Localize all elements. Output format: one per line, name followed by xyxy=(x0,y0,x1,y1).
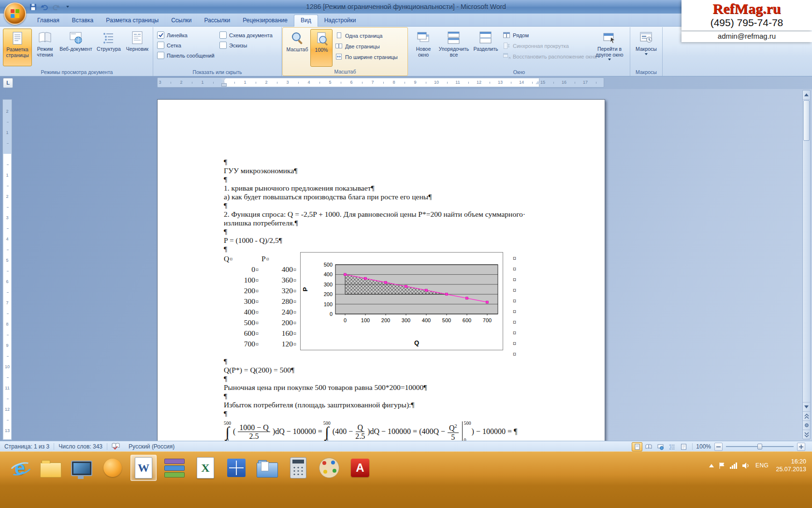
svg-text:200: 200 xyxy=(324,291,333,297)
zoom-option-two-pages[interactable]: Две страницы xyxy=(333,42,406,51)
zoom-option-page-width[interactable]: По ширине страницы xyxy=(333,52,406,62)
network-icon[interactable] xyxy=(730,463,737,469)
ruler-tick xyxy=(468,82,469,84)
page-indicator[interactable]: Страница: 1 из 3 xyxy=(0,443,54,450)
view-shortcut-print-layout[interactable] xyxy=(632,442,642,451)
vertical-ruler[interactable]: 2112345678910111213 xyxy=(2,99,12,440)
ruler-tick xyxy=(7,271,9,271)
checkbox-item-show-hide-col2-1[interactable]: Эскизы xyxy=(218,41,279,50)
volume-icon[interactable] xyxy=(742,463,750,469)
ruler-number: 4 xyxy=(3,237,12,241)
ruler-number: 15 xyxy=(540,80,545,85)
taskbar-documents-folder-icon[interactable] xyxy=(254,455,280,481)
taskbar-winrar-icon[interactable] xyxy=(161,455,188,481)
doc-line: а) как будет повышаться производства бла… xyxy=(224,193,538,201)
proofing-status-icon[interactable] xyxy=(107,442,124,451)
zoom-100-button[interactable]: 100% xyxy=(310,29,333,67)
reset-window-position-icon xyxy=(503,53,510,61)
window-button-split-window[interactable]: Разделить xyxy=(471,29,500,66)
taskbar: eWXA ENG 16:20 25.07.2013 xyxy=(0,451,812,508)
office-button[interactable] xyxy=(4,2,26,25)
plus-icon xyxy=(799,445,803,449)
language-indicator[interactable]: Русский (Россия) xyxy=(124,443,179,450)
horizontal-ruler[interactable]: 3211234567891011121314151617 xyxy=(157,77,604,88)
zoom-in-button[interactable] xyxy=(797,443,805,451)
embedded-chart[interactable]: 01002003004005000100200300400500600700QP xyxy=(300,252,503,350)
taskbar-outlook-icon[interactable] xyxy=(100,455,126,481)
redo-button[interactable] xyxy=(51,2,61,12)
draft-view-icon xyxy=(130,30,145,45)
ruler-tick xyxy=(490,82,490,84)
ribbon-tab-3[interactable]: Ссылки xyxy=(165,15,198,26)
window-button-arrange-all[interactable]: Упорядочить все xyxy=(436,29,471,66)
zoom-dialog-button[interactable]: Масштаб xyxy=(285,29,310,67)
left-indent-marker[interactable] xyxy=(221,83,227,87)
action-center-icon[interactable] xyxy=(719,463,725,469)
taskbar-word-icon[interactable]: W xyxy=(130,455,157,481)
taskbar-computer-icon[interactable] xyxy=(69,455,95,481)
window-button-new-window[interactable]: Новое окно xyxy=(410,29,436,66)
select-browse-object-button[interactable] xyxy=(803,420,810,430)
ribbon-tab-4[interactable]: Рассылки xyxy=(198,15,236,26)
taskbar-paint-icon[interactable] xyxy=(316,455,342,481)
view-button-print-layout[interactable]: Разметка страницы xyxy=(3,29,32,66)
tab-stop-selector[interactable]: L xyxy=(3,78,13,88)
zoom-out-button[interactable] xyxy=(714,443,723,451)
document-page[interactable]: ¶ГУУ микроэкономика¶¶1. кривая рыночного… xyxy=(157,99,605,441)
doc-line: ¶ xyxy=(224,175,538,184)
zoom-small-buttons: Одна страницаДве страницыПо ширине стран… xyxy=(333,29,406,62)
checkbox-item-show-hide-col1-0[interactable]: Линейка xyxy=(155,30,217,40)
taskbar-grid-app-icon[interactable] xyxy=(223,455,249,481)
save-button[interactable] xyxy=(28,2,38,12)
scroll-up-button[interactable] xyxy=(803,90,810,100)
ribbon-tab-2[interactable]: Разметка страницы xyxy=(100,15,165,26)
input-language-indicator[interactable]: ENG xyxy=(755,462,769,469)
scroll-down-button[interactable] xyxy=(803,402,810,411)
view-shortcuts xyxy=(632,442,689,451)
previous-page-button[interactable] xyxy=(803,411,810,420)
view-shortcut-outline-view[interactable] xyxy=(667,442,677,451)
macros-button[interactable]: Макросы xyxy=(632,29,660,66)
zoom-option-one-page[interactable]: Одна страница xyxy=(333,31,406,41)
vertical-scrollbar[interactable] xyxy=(802,90,811,439)
zoom-slider[interactable] xyxy=(726,446,794,447)
view-button-draft-view[interactable]: Черновик xyxy=(124,29,151,66)
undo-button[interactable] xyxy=(40,2,49,12)
word-count[interactable]: Число слов: 343 xyxy=(54,443,107,450)
taskbar-calculator-icon[interactable] xyxy=(285,455,311,481)
ribbon-tab-1[interactable]: Вставка xyxy=(66,15,100,26)
taskbar-internet-explorer-icon[interactable]: e xyxy=(7,455,33,481)
zoom-level[interactable]: 100% xyxy=(696,443,711,450)
taskbar-acrobat-icon[interactable]: A xyxy=(347,455,373,481)
next-page-button[interactable] xyxy=(803,430,810,439)
ribbon-tab-0[interactable]: Главная xyxy=(31,15,66,26)
checkbox-item-show-hide-col1-2[interactable]: Панель сообщений xyxy=(155,51,217,60)
ruler-number: 10 xyxy=(434,80,439,85)
ribbon-tab-5[interactable]: Рецензирование xyxy=(236,15,294,26)
scrollbar-thumb[interactable] xyxy=(803,100,810,141)
checkbox-item-show-hide-col2-0[interactable]: Схема документа xyxy=(218,30,279,40)
view-shortcut-web-layout[interactable] xyxy=(655,442,666,451)
switch-window-button[interactable]: Перейти в другое окно xyxy=(591,29,628,66)
customize-quick-access-button[interactable] xyxy=(63,2,72,12)
view-shortcut-draft-view[interactable] xyxy=(678,442,689,451)
doc-line: ¶ xyxy=(224,374,538,383)
checkbox-item-show-hide-col1-1[interactable]: Сетка xyxy=(155,41,217,50)
taskbar-file-explorer-icon[interactable] xyxy=(38,455,64,481)
switch-window-icon xyxy=(602,30,617,45)
view-shortcut-reading-view[interactable] xyxy=(643,442,654,451)
view-button-web-layout[interactable]: Веб-документ xyxy=(58,29,94,66)
view-button-reading-view[interactable]: Режим чтения xyxy=(32,29,58,66)
window-option-view-side-by-side[interactable]: Рядом xyxy=(501,30,591,40)
macros-icon xyxy=(639,30,653,45)
show-hidden-icons-button[interactable] xyxy=(709,464,714,467)
view-button-outline-view[interactable]: Структура xyxy=(94,29,123,66)
ribbon-tab-7[interactable]: Надстройки xyxy=(318,15,362,26)
window-option-sync-scrolling[interactable]: Синхронная прокрутка xyxy=(501,41,591,51)
window-option-reset-window-position[interactable]: Восстановить расположение окна xyxy=(501,52,591,61)
zoom-slider-thumb[interactable] xyxy=(757,444,762,449)
right-indent-marker[interactable] xyxy=(536,81,540,84)
taskbar-clock[interactable]: 16:20 25.07.2013 xyxy=(776,458,806,473)
ribbon-tab-6[interactable]: Вид xyxy=(294,15,318,27)
taskbar-excel-icon[interactable]: X xyxy=(192,455,218,481)
